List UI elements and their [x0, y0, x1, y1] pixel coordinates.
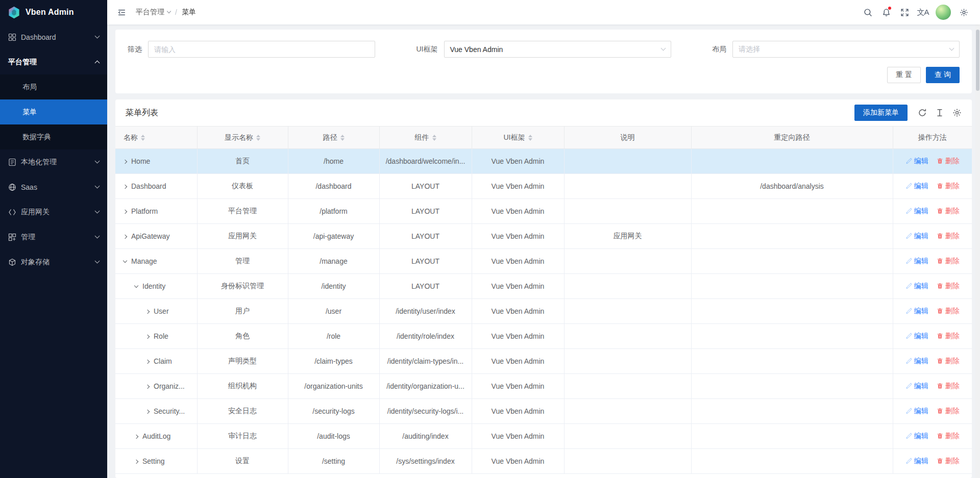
- edit-button[interactable]: 编辑: [905, 382, 928, 391]
- edit-button[interactable]: 编辑: [905, 282, 928, 291]
- table-row[interactable]: User用户/user/identity/user/indexVue Vben …: [115, 299, 972, 324]
- filter-keyword-input[interactable]: [148, 41, 375, 58]
- sort-icon[interactable]: [432, 135, 436, 141]
- edit-button[interactable]: 编辑: [905, 257, 928, 266]
- edit-button[interactable]: 编辑: [905, 232, 928, 241]
- gateway-icon: [8, 208, 16, 216]
- delete-button[interactable]: 删除: [937, 432, 960, 441]
- collapse-row-icon[interactable]: [123, 259, 127, 263]
- sidebar-item[interactable]: Dashboard: [0, 24, 107, 49]
- app-logo[interactable]: Vben Admin: [0, 0, 107, 24]
- fullscreen-icon[interactable]: [896, 4, 913, 20]
- collapse-row-icon[interactable]: [134, 284, 138, 288]
- expand-row-icon[interactable]: [123, 160, 127, 164]
- table-row[interactable]: Manage管理/manageLAYOUTVue Vben Admin编辑删除: [115, 249, 972, 274]
- table-row[interactable]: Claim声明类型/claim-types/identity/claim-typ…: [115, 349, 972, 374]
- delete-button[interactable]: 删除: [937, 207, 960, 216]
- edit-button[interactable]: 编辑: [905, 357, 928, 366]
- sidebar-item[interactable]: 本地化管理: [0, 149, 107, 174]
- expand-row-icon[interactable]: [134, 460, 138, 464]
- edit-button[interactable]: 编辑: [905, 157, 928, 166]
- delete-button[interactable]: 删除: [937, 182, 960, 191]
- table-row[interactable]: Identity身份标识管理/identityLAYOUTVue Vben Ad…: [115, 274, 972, 299]
- sidebar-item[interactable]: 平台管理: [0, 49, 107, 74]
- delete-button[interactable]: 删除: [937, 307, 960, 316]
- expand-row-icon[interactable]: [123, 235, 127, 239]
- sort-icon[interactable]: [256, 135, 260, 141]
- edit-button[interactable]: 编辑: [905, 332, 928, 341]
- column-header[interactable]: 组件: [379, 127, 472, 149]
- sidebar-subitem[interactable]: 数据字典: [0, 124, 107, 149]
- delete-button[interactable]: 删除: [937, 407, 960, 416]
- expand-row-icon[interactable]: [123, 185, 127, 189]
- sidebar-item[interactable]: 管理: [0, 224, 107, 249]
- edit-button[interactable]: 编辑: [905, 457, 928, 466]
- sort-icon[interactable]: [340, 135, 345, 141]
- ui-framework-select[interactable]: Vue Vben Admin: [444, 41, 671, 58]
- table-size-icon[interactable]: [935, 108, 944, 117]
- sidebar-submenu: 布局菜单数据字典: [0, 74, 107, 149]
- edit-button[interactable]: 编辑: [905, 307, 928, 316]
- expand-row-icon[interactable]: [145, 360, 150, 364]
- expand-row-icon[interactable]: [145, 385, 150, 389]
- translate-icon[interactable]: 文A: [915, 4, 931, 20]
- sidebar-item[interactable]: 应用网关: [0, 199, 107, 224]
- expand-row-icon[interactable]: [123, 210, 127, 214]
- sort-icon[interactable]: [528, 135, 532, 141]
- table-row[interactable]: Home首页/home/dashboard/welcome/in...Vue V…: [115, 149, 972, 174]
- add-menu-button[interactable]: 添加新菜单: [854, 105, 908, 121]
- table-row[interactable]: ApiGateway应用网关/api-gatewayLAYOUTVue Vben…: [115, 224, 972, 249]
- delete-button[interactable]: 删除: [937, 282, 960, 291]
- sidebar-subitem[interactable]: 布局: [0, 74, 107, 99]
- collapse-sidebar-icon[interactable]: [113, 4, 130, 20]
- scrollbar-thumb[interactable]: [976, 30, 979, 91]
- edit-button[interactable]: 编辑: [905, 207, 928, 216]
- sidebar-item[interactable]: Saas: [0, 174, 107, 199]
- breadcrumb-parent[interactable]: 平台管理: [136, 8, 170, 17]
- delete-button[interactable]: 删除: [937, 457, 960, 466]
- refresh-icon[interactable]: [918, 108, 927, 117]
- scrollbar-track[interactable]: [975, 24, 980, 478]
- avatar[interactable]: [936, 5, 951, 20]
- expand-row-icon[interactable]: [134, 435, 138, 439]
- edit-button[interactable]: 编辑: [905, 407, 928, 416]
- expand-row-icon[interactable]: [145, 310, 150, 314]
- table-row[interactable]: Organiz...组织机构/organization-units/identi…: [115, 374, 972, 399]
- table-row[interactable]: Dashboard仪表板/dashboardLAYOUTVue Vben Adm…: [115, 174, 972, 199]
- reset-button[interactable]: 重 置: [887, 67, 921, 83]
- notification-bell-icon[interactable]: [878, 4, 894, 20]
- table-row[interactable]: Role角色/role/identity/role/indexVue Vben …: [115, 324, 972, 349]
- expand-row-icon[interactable]: [145, 410, 150, 414]
- delete-button[interactable]: 删除: [937, 382, 960, 391]
- sidebar-item[interactable]: 对象存储: [0, 249, 107, 274]
- column-header[interactable]: UI框架: [472, 127, 564, 149]
- table-row[interactable]: Platform平台管理/platformLAYOUTVue Vben Admi…: [115, 199, 972, 224]
- edit-button[interactable]: 编辑: [905, 182, 928, 191]
- delete-button-label: 删除: [945, 257, 960, 266]
- delete-button[interactable]: 删除: [937, 257, 960, 266]
- column-header[interactable]: 显示名称: [197, 127, 288, 149]
- expand-row-icon[interactable]: [145, 335, 150, 339]
- cell-component: /sys/settings/index: [379, 449, 472, 474]
- settings-gear-icon[interactable]: [955, 4, 972, 20]
- delete-button[interactable]: 删除: [937, 332, 960, 341]
- layout-select[interactable]: 请选择: [732, 41, 960, 58]
- query-button[interactable]: 查 询: [926, 67, 960, 83]
- delete-button[interactable]: 删除: [937, 232, 960, 241]
- cell-ui_framework: Vue Vben Admin: [472, 349, 564, 374]
- search-icon[interactable]: [860, 4, 876, 20]
- edit-button[interactable]: 编辑: [905, 432, 928, 441]
- sidebar-subitem[interactable]: 菜单: [0, 99, 107, 124]
- table-row[interactable]: Setting设置/setting/sys/settings/indexVue …: [115, 449, 972, 474]
- table-row[interactable]: AuditLog审计日志/audit-logs/auditing/indexVu…: [115, 424, 972, 449]
- column-header[interactable]: 名称: [115, 127, 197, 149]
- column-settings-icon[interactable]: [952, 108, 962, 117]
- cell-ui_framework: Vue Vben Admin: [472, 249, 564, 274]
- column-label: 操作方法: [918, 133, 947, 142]
- table-row[interactable]: Security...安全日志/security-logs/identity/s…: [115, 399, 972, 424]
- column-header[interactable]: 路径: [288, 127, 379, 149]
- delete-button[interactable]: 删除: [937, 157, 960, 166]
- delete-button[interactable]: 删除: [937, 357, 960, 366]
- cell-actions: 编辑删除: [893, 174, 972, 199]
- sort-icon[interactable]: [141, 135, 145, 141]
